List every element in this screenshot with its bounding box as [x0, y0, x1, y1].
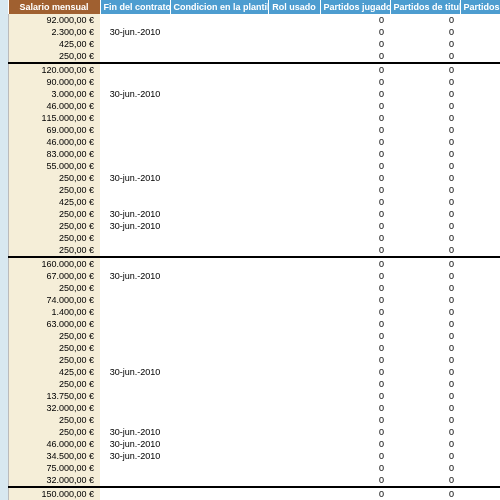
cell-role — [268, 414, 320, 426]
cell-condition — [170, 112, 268, 124]
cell-condition — [170, 342, 268, 354]
col-salary[interactable]: Salario mensual — [8, 0, 100, 14]
table-row[interactable]: 1.400,00 €00 — [0, 306, 500, 318]
table-row[interactable]: 92.000,00 €00 — [0, 14, 500, 26]
table-row[interactable]: 75.000,00 €00 — [0, 462, 500, 474]
table-row[interactable]: 250,00 €30-jun.-201000 — [0, 426, 500, 438]
col-played[interactable]: Partidos jugados — [320, 0, 390, 14]
cell-contract: 30-jun.-2010 — [100, 26, 170, 38]
table-row[interactable]: 74.000,00 €00 — [0, 294, 500, 306]
cell-starter: 0 — [390, 100, 460, 112]
cell-sub — [460, 184, 500, 196]
cell-played: 0 — [320, 474, 390, 487]
cell-salary: 250,00 € — [8, 342, 100, 354]
table-row[interactable]: 425,00 €30-jun.-201000 — [0, 366, 500, 378]
cell-starter: 0 — [390, 294, 460, 306]
table-row[interactable]: 67.000,00 €30-jun.-201000 — [0, 270, 500, 282]
cell-contract — [100, 124, 170, 136]
cell-sub — [460, 366, 500, 378]
cell-contract: 30-jun.-2010 — [100, 270, 170, 282]
cell-salary: 115.000,00 € — [8, 112, 100, 124]
cell-played: 0 — [320, 270, 390, 282]
cell-salary: 250,00 € — [8, 330, 100, 342]
table-row[interactable]: 120.000,00 €00 — [0, 63, 500, 76]
table-row[interactable]: 46.000,00 €30-jun.-201000 — [0, 438, 500, 450]
table-row[interactable]: 250,00 €00 — [0, 232, 500, 244]
cell-sub — [460, 208, 500, 220]
cell-contract — [100, 487, 170, 500]
cell-condition — [170, 76, 268, 88]
table-row[interactable]: 13.750,00 €00 — [0, 390, 500, 402]
table-row[interactable]: 34.500,00 €30-jun.-201000 — [0, 450, 500, 462]
table-row[interactable]: 250,00 €30-jun.-201000 — [0, 220, 500, 232]
cell-sub — [460, 438, 500, 450]
table-row[interactable]: 250,00 €00 — [0, 414, 500, 426]
cell-contract — [100, 294, 170, 306]
cell-salary: 250,00 € — [8, 184, 100, 196]
cell-sub — [460, 414, 500, 426]
cell-sub — [460, 282, 500, 294]
cell-salary: 250,00 € — [8, 244, 100, 257]
col-contract[interactable]: Fin del contrato — [100, 0, 170, 14]
cell-played: 0 — [320, 88, 390, 100]
table-row[interactable]: 250,00 €30-jun.-201000 — [0, 208, 500, 220]
col-sub[interactable]: Partidos en — [460, 0, 500, 14]
table-row[interactable]: 250,00 €30-jun.-201000 — [0, 172, 500, 184]
cell-role — [268, 450, 320, 462]
col-condition[interactable]: Condicion en la plantilla — [170, 0, 268, 14]
cell-sub — [460, 26, 500, 38]
table-row[interactable]: 150.000,00 €00 — [0, 487, 500, 500]
table-row[interactable]: 32.000,00 €00 — [0, 402, 500, 414]
table-body: 92.000,00 €002.300,00 €30-jun.-201000425… — [0, 14, 500, 500]
table-row[interactable]: 115.000,00 €00 — [0, 112, 500, 124]
cell-starter: 0 — [390, 282, 460, 294]
cell-played: 0 — [320, 26, 390, 38]
cell-starter: 0 — [390, 270, 460, 282]
cell-contract: 30-jun.-2010 — [100, 450, 170, 462]
table-row[interactable]: 250,00 €00 — [0, 354, 500, 366]
cell-salary: 92.000,00 € — [8, 14, 100, 26]
table-row[interactable]: 83.000,00 €00 — [0, 148, 500, 160]
table-row[interactable]: 250,00 €00 — [0, 184, 500, 196]
cell-sub — [460, 232, 500, 244]
cell-sub — [460, 450, 500, 462]
cell-contract — [100, 232, 170, 244]
table-row[interactable]: 250,00 €00 — [0, 50, 500, 63]
cell-salary: 90.000,00 € — [8, 76, 100, 88]
cell-condition — [170, 172, 268, 184]
cell-played: 0 — [320, 50, 390, 63]
table-row[interactable]: 425,00 €00 — [0, 196, 500, 208]
table-row[interactable]: 46.000,00 €00 — [0, 136, 500, 148]
table-row[interactable]: 90.000,00 €00 — [0, 76, 500, 88]
table-row[interactable]: 250,00 €00 — [0, 342, 500, 354]
col-starter[interactable]: Partidos de titular — [390, 0, 460, 14]
table-row[interactable]: 3.000,00 €30-jun.-201000 — [0, 88, 500, 100]
cell-condition — [170, 414, 268, 426]
table-row[interactable]: 55.000,00 €00 — [0, 160, 500, 172]
cell-sub — [460, 462, 500, 474]
cell-salary: 250,00 € — [8, 208, 100, 220]
cell-played: 0 — [320, 450, 390, 462]
cell-salary: 250,00 € — [8, 220, 100, 232]
table-row[interactable]: 250,00 €00 — [0, 378, 500, 390]
cell-starter: 0 — [390, 38, 460, 50]
table-row[interactable]: 425,00 €00 — [0, 38, 500, 50]
table-row[interactable]: 32.000,00 €00 — [0, 474, 500, 487]
table-row[interactable]: 160.000,00 €00 — [0, 257, 500, 270]
cell-contract — [100, 330, 170, 342]
table-row[interactable]: 63.000,00 €00 — [0, 318, 500, 330]
table-row[interactable]: 250,00 €00 — [0, 244, 500, 257]
cell-contract — [100, 63, 170, 76]
table-row[interactable]: 250,00 €00 — [0, 282, 500, 294]
cell-contract — [100, 318, 170, 330]
table-row[interactable]: 69.000,00 €00 — [0, 124, 500, 136]
cell-contract: 30-jun.-2010 — [100, 366, 170, 378]
table-row[interactable]: 250,00 €00 — [0, 330, 500, 342]
table-row[interactable]: 46.000,00 €00 — [0, 100, 500, 112]
col-role[interactable]: Rol usado — [268, 0, 320, 14]
table-row[interactable]: 2.300,00 €30-jun.-201000 — [0, 26, 500, 38]
cell-role — [268, 160, 320, 172]
cell-condition — [170, 354, 268, 366]
cell-condition — [170, 184, 268, 196]
cell-condition — [170, 136, 268, 148]
